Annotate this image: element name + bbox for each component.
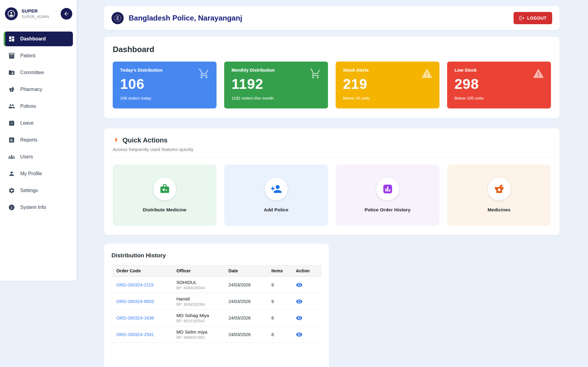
mortar-pestle-icon [488,178,511,200]
order-date: 24/03/2026 [224,299,266,304]
sidebar-item-label: Committee [20,70,44,75]
warning-icon [533,68,544,79]
leave-box-icon [8,119,15,127]
logout-icon [519,15,525,21]
order-code-link[interactable]: ORD-260324-2591 [116,332,154,337]
stat-card-monthly-distribution: Monthly Distribution 1192 1192 orders th… [224,62,328,108]
officer-bp: BP: 6686057852 [176,335,224,340]
action-distribute-medicine[interactable]: Distribute Medicine [113,165,217,226]
eye-icon [296,315,303,321]
sidebar-item-label: Dashboard [20,36,46,42]
stat-value: 298 [454,76,544,92]
app-root: SUPER SUPER_ADMIN Dashboard Pat [0,0,588,367]
sidebar-item-label: My Profile [20,171,42,176]
order-code-link[interactable]: ORD-260324-2115 [116,282,153,287]
quick-actions-divider [113,157,551,158]
logout-button[interactable]: LOGOUT [514,12,552,24]
stat-value: 219 [343,76,432,92]
stat-sublabel: 1192 orders this month [232,96,321,100]
table-row: ORD-260324-8003 Hamid BP: 8808152094 24/… [111,293,322,310]
eye-icon [296,298,303,305]
stat-sublabel: Below 10 units [343,96,432,100]
sidebar-item-system-info[interactable]: System Info [4,200,73,215]
view-order-button[interactable] [296,315,303,321]
cart-icon [310,68,321,79]
sidebar-item-settings[interactable]: Settings [4,183,73,198]
quick-actions-subtitle: Access frequently used features quickly [113,147,551,152]
stat-label: Stock Alerts [343,68,432,73]
officer-bp: BP: 6484035044 [176,286,224,290]
order-items: 9 [266,282,291,287]
eye-icon [296,282,303,288]
table-row: ORD-260324-2115 SOHIDUL BP: 6484035044 2… [111,277,322,293]
officer-bp: BP: 9515182541 [176,319,224,323]
order-items: 9 [266,299,291,304]
view-order-button[interactable] [296,331,303,338]
patient-box-icon [8,52,15,59]
folder-shared-icon [8,69,15,76]
column-order-code: Order Code [111,268,172,273]
bar-chart-icon [8,136,15,144]
sidebar-item-leave[interactable]: Leave [4,116,73,131]
order-date: 24/03/2026 [224,282,266,287]
quick-actions-row: Distribute Medicine Add Police [113,165,551,226]
sidebar-item-label: Patient [20,53,36,59]
stat-label: Low Stock [454,68,544,73]
sidebar-item-polices[interactable]: Polices [4,99,73,114]
table-row: ORD-260324-1636 MD Sohag Miya BP: 951518… [111,310,322,326]
dashboard-heading: Dashboard [113,45,551,54]
cart-icon [198,68,210,79]
sidebar-header: SUPER SUPER_ADMIN [0,0,77,27]
sidebar-item-label: Leave [20,120,34,126]
sidebar-item-label: System Info [20,205,46,210]
order-items: 8 [266,332,291,337]
person-add-icon [265,178,288,200]
officer-bp: BP: 8808152094 [176,302,224,307]
mortar-pestle-icon [8,86,15,93]
quick-actions-header: Quick Actions [113,136,551,144]
sidebar-item-committee[interactable]: Committee [4,65,73,80]
sidebar-collapse-button[interactable] [61,8,72,20]
sidebar-item-label: Reports [20,137,37,143]
order-code-link[interactable]: ORD-260324-1636 [116,316,154,320]
gear-icon [8,187,15,194]
stat-card-todays-distribution: Today's Distribution 106 106 orders toda… [113,62,217,108]
sidebar-item-label: Polices [20,104,36,109]
stat-label: Today's Distribution [120,68,209,73]
warning-icon [421,68,433,79]
distribution-history-title: Distribution History [111,252,322,259]
arrow-left-icon [63,11,70,17]
sidebar-item-label: Settings [20,188,38,193]
user-avatar [5,7,18,20]
sidebar-item-reports[interactable]: Reports [4,133,73,147]
sidebar-item-pharmacy[interactable]: Pharmacy [4,82,73,97]
view-order-button[interactable] [296,282,303,288]
sidebar-item-dashboard[interactable]: Dashboard [4,32,73,46]
sidebar-item-users[interactable]: Users [4,149,73,164]
quick-actions-section: Quick Actions Access frequently used fea… [104,128,560,235]
sidebar: SUPER SUPER_ADMIN Dashboard Pat [0,0,77,281]
stat-value: 1192 [232,76,321,92]
medical-bag-icon [153,178,176,200]
action-police-order-history[interactable]: Police Order History [336,165,439,226]
stats-row: Today's Distribution 106 106 orders toda… [113,62,551,108]
user-role: SUPER_ADMIN [21,15,49,20]
user-meta: SUPER SUPER_ADMIN [21,8,49,19]
topbar: Bangladesh Police, Narayanganj LOGOUT [104,6,560,30]
table-row: ORD-260324-2591 MD Selim miya BP: 668605… [111,326,322,343]
people-icon [8,103,15,110]
table-header-row: Order Code Officer Date Items Action [111,265,322,277]
action-add-police[interactable]: Add Police [224,165,328,226]
officer-name: SOHIDUL [176,280,224,285]
action-label: Add Police [264,207,288,213]
order-code-link[interactable]: ORD-260324-8003 [116,299,154,304]
order-date: 24/03/2026 [224,332,266,337]
sidebar-item-patient[interactable]: Patient [4,48,73,63]
action-medicines[interactable]: Medicines [447,165,551,226]
stat-sublabel: Below 100 units [454,96,544,100]
officer-name: Hamid [176,296,224,301]
view-order-button[interactable] [296,298,303,305]
page-title: Bangladesh Police, Narayanganj [129,14,242,22]
sidebar-item-my-profile[interactable]: My Profile [4,166,73,181]
quick-actions-title: Quick Actions [123,136,168,144]
